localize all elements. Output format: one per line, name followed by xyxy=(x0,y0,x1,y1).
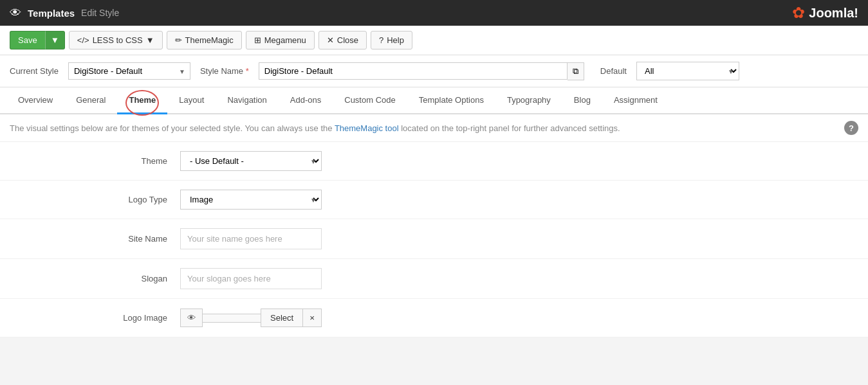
tab-typography[interactable]: Typography xyxy=(495,87,562,114)
logo-type-label: Logo Type xyxy=(13,195,180,204)
default-label: Default xyxy=(600,66,627,76)
current-style-select-wrapper: DigiStore - Default xyxy=(68,62,190,80)
slogan-control xyxy=(180,268,855,289)
theme-label: Theme xyxy=(13,156,180,166)
site-name-input[interactable] xyxy=(180,228,322,249)
tab-custom-code[interactable]: Custom Code xyxy=(333,87,407,114)
tabs-bar: Overview General Theme Layout Navigation… xyxy=(0,87,868,114)
main-content: Theme - Use Default - Default Custom Log… xyxy=(0,142,868,337)
top-bar-left: 👁 Templates Edit Style xyxy=(10,6,119,20)
slogan-input[interactable] xyxy=(180,268,322,289)
style-name-label: Style Name * xyxy=(200,66,249,76)
theme-form-row: Theme - Use Default - Default Custom xyxy=(0,142,868,181)
save-button[interactable]: Save xyxy=(10,31,45,49)
tab-general[interactable]: General xyxy=(64,87,117,114)
close-button[interactable]: ✕ Close xyxy=(319,31,367,49)
save-dropdown-button[interactable]: ▼ xyxy=(45,31,65,49)
less-to-css-button[interactable]: </> LESS to CSS ▼ xyxy=(69,31,163,49)
default-select-wrapper: All xyxy=(636,62,739,80)
site-name-label: Site Name xyxy=(13,234,180,244)
top-bar: 👁 Templates Edit Style ✿ Joomla! xyxy=(0,0,868,26)
tab-assignment[interactable]: Assignment xyxy=(602,87,669,114)
logo-type-select[interactable]: Image Text None xyxy=(180,190,322,210)
joomla-flower-icon: ✿ xyxy=(792,4,805,22)
help-circle-icon[interactable]: ? xyxy=(844,121,858,135)
logo-filename xyxy=(203,314,261,323)
logo-type-select-wrapper: Image Text None xyxy=(180,190,322,210)
joomla-logo: ✿ Joomla! xyxy=(792,4,858,22)
wand-icon: ✏ xyxy=(175,35,182,45)
default-select[interactable]: All xyxy=(636,62,739,80)
current-style-label: Current Style xyxy=(10,66,59,76)
theme-select[interactable]: - Use Default - Default Custom xyxy=(180,151,322,171)
thememagic-button[interactable]: ✏ ThemeMagic xyxy=(167,31,242,49)
app-title: Templates xyxy=(28,8,75,19)
tab-navigation[interactable]: Navigation xyxy=(216,87,278,114)
eye-icon: 👁 xyxy=(10,6,21,20)
logo-type-form-row: Logo Type Image Text None xyxy=(0,181,868,219)
logo-image-controls: 👁 Select × xyxy=(180,309,855,327)
less-icon: </> xyxy=(77,35,89,45)
logo-image-form-row: Logo Image 👁 Select × xyxy=(0,299,868,337)
toolbar: Save ▼ </> LESS to CSS ▼ ✏ ThemeMagic ⊞ … xyxy=(0,26,868,55)
eye-preview-icon: 👁 xyxy=(187,313,196,323)
style-name-input-group: ⧉ xyxy=(259,62,584,80)
tab-template-options[interactable]: Template Options xyxy=(407,87,495,114)
logo-select-button[interactable]: Select xyxy=(261,309,303,327)
tab-layout[interactable]: Layout xyxy=(167,87,216,114)
info-text: The visual settings below are for themes… xyxy=(10,123,620,133)
logo-image-control: 👁 Select × xyxy=(180,309,855,327)
style-name-required: * xyxy=(246,66,249,76)
tab-addons[interactable]: Add-ons xyxy=(279,87,333,114)
logo-clear-button[interactable]: × xyxy=(303,309,322,327)
logo-preview-button[interactable]: 👁 xyxy=(180,309,203,327)
help-button[interactable]: ? Help xyxy=(371,31,412,49)
style-bar: Current Style DigiStore - Default Style … xyxy=(0,55,868,87)
tab-overview[interactable]: Overview xyxy=(6,87,64,114)
theme-select-wrapper: - Use Default - Default Custom xyxy=(180,151,322,171)
logo-image-label: Logo Image xyxy=(13,313,180,323)
save-button-group: Save ▼ xyxy=(10,31,65,49)
logo-type-control: Image Text None xyxy=(180,190,855,210)
slogan-label: Slogan xyxy=(13,274,180,283)
info-bar: The visual settings below are for themes… xyxy=(0,114,868,142)
style-name-input[interactable] xyxy=(259,62,568,80)
menu-icon: ⊞ xyxy=(254,35,261,45)
joomla-brand-text: Joomla! xyxy=(809,6,858,21)
page-subtitle: Edit Style xyxy=(81,8,119,18)
megamenu-button[interactable]: ⊞ Megamenu xyxy=(246,31,315,49)
less-dropdown-icon: ▼ xyxy=(146,35,154,45)
slogan-form-row: Slogan xyxy=(0,259,868,299)
tab-theme[interactable]: Theme xyxy=(117,87,167,114)
tab-blog[interactable]: Blog xyxy=(562,87,602,114)
close-icon: ✕ xyxy=(327,35,334,45)
style-name-copy-button[interactable]: ⧉ xyxy=(568,62,584,80)
thememagic-link[interactable]: ThemeMagic tool xyxy=(335,123,399,133)
current-style-select[interactable]: DigiStore - Default xyxy=(68,62,190,80)
site-name-control xyxy=(180,228,855,249)
theme-control: - Use Default - Default Custom xyxy=(180,151,855,171)
site-name-form-row: Site Name xyxy=(0,219,868,259)
help-icon: ? xyxy=(379,35,383,45)
